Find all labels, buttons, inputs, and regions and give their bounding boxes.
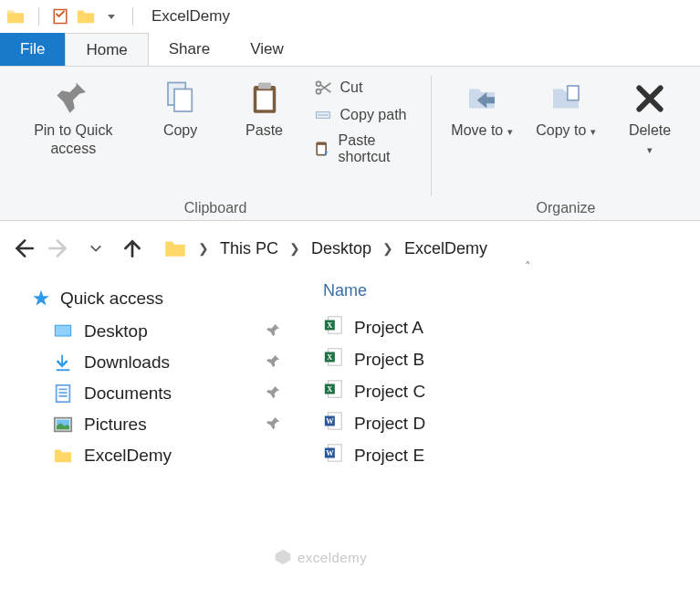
breadcrumb-exceldemy[interactable]: ExcelDemy xyxy=(404,239,487,258)
forward-button[interactable] xyxy=(46,235,73,262)
copy-path-button[interactable]: Copy path xyxy=(313,105,417,125)
chevron-right-icon[interactable]: ❯ xyxy=(198,241,209,256)
pin-to-quick-access-button[interactable]: Pin to Quick access xyxy=(15,74,132,158)
body: Quick access Desktop Downloads Documents xyxy=(0,276,700,471)
pin-icon xyxy=(54,78,92,120)
sidebar: Quick access Desktop Downloads Documents xyxy=(0,276,314,471)
address-bar[interactable]: ❯ This PC ❯ Desktop ❯ ExcelDemy xyxy=(155,232,691,265)
folder-icon xyxy=(163,236,187,260)
ribbon-group-organize: Move to ▾ Copy to ▾ Delete▾ Organize xyxy=(435,74,696,220)
delete-label: Delete xyxy=(629,122,671,138)
chevron-down-icon: ▾ xyxy=(507,126,513,137)
separator xyxy=(132,7,133,26)
delete-icon xyxy=(632,78,668,120)
copy-label: Copy xyxy=(163,121,197,140)
tab-home[interactable]: Home xyxy=(65,33,148,66)
breadcrumb-desktop[interactable]: Desktop xyxy=(311,239,371,258)
sidebar-item-desktop[interactable]: Desktop xyxy=(31,316,305,347)
svg-text:X: X xyxy=(327,353,332,362)
word-icon: W xyxy=(323,443,343,468)
sidebar-item-label: Documents xyxy=(84,384,172,404)
breadcrumb-this-pc[interactable]: This PC xyxy=(220,239,278,258)
svg-rect-4 xyxy=(256,90,273,110)
up-button[interactable] xyxy=(119,235,146,262)
title-bar: ExcelDemy xyxy=(0,0,700,33)
sidebar-item-documents[interactable]: Documents xyxy=(31,378,305,409)
cut-button[interactable]: Cut xyxy=(313,78,417,98)
copy-icon xyxy=(162,78,200,120)
file-row[interactable]: XProject C xyxy=(314,375,700,407)
word-icon: W xyxy=(323,411,343,436)
sidebar-item-downloads[interactable]: Downloads xyxy=(31,347,305,378)
download-icon xyxy=(53,352,73,373)
tab-share[interactable]: Share xyxy=(149,33,230,66)
file-list: XProject AXProject BXProject CWProject D… xyxy=(314,311,700,471)
properties-icon[interactable] xyxy=(52,8,68,25)
excel-icon: X xyxy=(323,315,343,340)
back-button[interactable] xyxy=(9,235,37,262)
file-row[interactable]: XProject B xyxy=(314,343,700,375)
documents-icon xyxy=(53,384,73,404)
svg-rect-13 xyxy=(56,326,71,336)
folder-icon xyxy=(5,6,26,26)
svg-rect-11 xyxy=(568,86,579,100)
pin-icon xyxy=(266,352,281,373)
file-name: Project A xyxy=(354,318,423,338)
svg-rect-10 xyxy=(318,145,325,154)
pin-icon xyxy=(266,384,281,404)
ribbon-tabs: File Home Share View xyxy=(0,33,700,66)
content-area: ˄ Name XProject AXProject BXProject CWPr… xyxy=(314,276,700,471)
move-to-icon xyxy=(463,78,501,120)
paste-shortcut-button[interactable]: Paste shortcut xyxy=(313,132,417,165)
copy-to-button[interactable]: Copy to ▾ xyxy=(530,74,601,140)
sidebar-quick-access[interactable]: Quick access xyxy=(31,289,305,309)
recent-locations-button[interactable] xyxy=(82,235,110,262)
star-icon xyxy=(31,289,51,309)
copy-to-icon xyxy=(547,78,585,120)
sidebar-item-label: Desktop xyxy=(84,321,148,342)
file-name: Project C xyxy=(354,382,425,402)
chevron-right-icon[interactable]: ❯ xyxy=(289,241,300,256)
clipboard-small-buttons: Cut Copy path Paste shortcut xyxy=(313,74,417,165)
excel-icon: X xyxy=(323,379,343,404)
copy-to-label: Copy to xyxy=(536,122,586,138)
svg-rect-14 xyxy=(57,369,70,371)
copy-path-label: Copy path xyxy=(340,107,407,123)
chevron-down-icon[interactable] xyxy=(103,8,120,25)
svg-text:X: X xyxy=(327,321,332,330)
svg-text:X: X xyxy=(327,385,332,394)
svg-rect-2 xyxy=(174,89,192,112)
pin-icon xyxy=(266,415,281,435)
copy-button[interactable]: Copy xyxy=(145,74,216,140)
svg-text:W: W xyxy=(326,449,334,457)
file-row[interactable]: WProject E xyxy=(314,439,700,471)
file-row[interactable]: XProject A xyxy=(314,311,700,343)
move-to-label: Move to xyxy=(451,122,503,138)
sidebar-item-label: ExcelDemy xyxy=(84,446,172,466)
navigation-bar: ❯ This PC ❯ Desktop ❯ ExcelDemy xyxy=(0,221,700,276)
svg-text:W: W xyxy=(326,417,334,426)
paste-shortcut-icon xyxy=(313,139,331,159)
folder-icon xyxy=(53,446,73,466)
tab-view[interactable]: View xyxy=(230,33,304,66)
watermark-text: exceldemy xyxy=(298,550,367,565)
file-name: Project D xyxy=(354,414,425,434)
chevron-right-icon[interactable]: ❯ xyxy=(382,241,393,256)
tab-file[interactable]: File xyxy=(0,33,65,66)
sidebar-item-pictures[interactable]: Pictures xyxy=(31,409,305,440)
chevron-down-icon: ▾ xyxy=(590,126,596,137)
ribbon-separator xyxy=(431,76,432,196)
file-row[interactable]: WProject D xyxy=(314,407,700,439)
paste-icon xyxy=(246,78,284,120)
sidebar-item-exceldemy[interactable]: ExcelDemy xyxy=(31,440,305,471)
column-header-name[interactable]: Name xyxy=(323,281,367,300)
organize-group-label: Organize xyxy=(537,194,596,220)
delete-button[interactable]: Delete▾ xyxy=(614,74,685,158)
pin-icon xyxy=(266,321,281,342)
pin-label: Pin to Quick access xyxy=(18,121,129,158)
paste-button[interactable]: Paste xyxy=(229,74,300,140)
separator xyxy=(38,7,39,26)
new-folder-icon[interactable] xyxy=(76,6,96,26)
move-to-button[interactable]: Move to ▾ xyxy=(446,74,517,140)
sort-indicator-icon[interactable]: ˄ xyxy=(525,259,531,273)
